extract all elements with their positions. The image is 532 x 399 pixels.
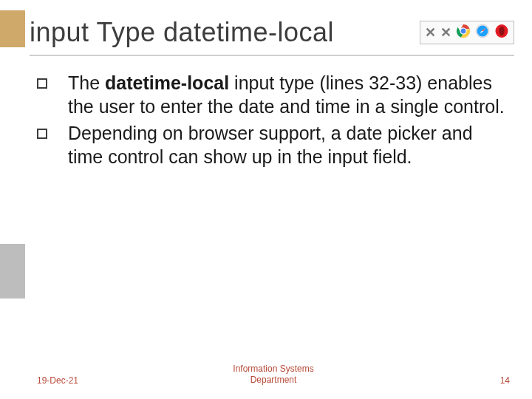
- footer-center-line1: Information Systems: [37, 364, 510, 375]
- text-run: The: [68, 72, 105, 93]
- footer-page-number: 14: [500, 375, 510, 386]
- opera-icon: [494, 24, 509, 41]
- bullet-marker-icon: [37, 78, 47, 89]
- bullet-text: The datetime-local input type (lines 32-…: [68, 71, 510, 118]
- bullet-marker-icon: [37, 129, 47, 139]
- chrome-icon: [456, 24, 471, 41]
- body: The datetime-local input type (lines 32-…: [37, 71, 510, 171]
- accent-bar-top: [0, 10, 25, 47]
- text-run: Depending on browser support, a date pic…: [68, 123, 473, 167]
- footer-center-line2: Department: [37, 375, 510, 386]
- title-row: input Type datetime-local ✕ ✕: [30, 10, 514, 56]
- safari-icon: [475, 24, 490, 41]
- footer: 19-Dec-21 Information Systems Department…: [37, 375, 510, 386]
- footer-center: Information Systems Department: [37, 364, 510, 386]
- accent-bar-mid: [0, 244, 25, 299]
- unsupported-x-icon: ✕: [425, 26, 436, 39]
- svg-point-8: [499, 27, 504, 35]
- footer-date: 19-Dec-21: [37, 375, 78, 386]
- list-item: Depending on browser support, a date pic…: [37, 121, 510, 168]
- page-title: input Type datetime-local: [30, 17, 334, 48]
- unsupported-x-icon: ✕: [440, 26, 451, 39]
- browser-support-badges: ✕ ✕: [420, 21, 514, 44]
- bold-run: datetime-local: [105, 72, 229, 93]
- slide: input Type datetime-local ✕ ✕: [0, 0, 532, 399]
- bullet-text: Depending on browser support, a date pic…: [68, 121, 510, 168]
- list-item: The datetime-local input type (lines 32-…: [37, 71, 510, 118]
